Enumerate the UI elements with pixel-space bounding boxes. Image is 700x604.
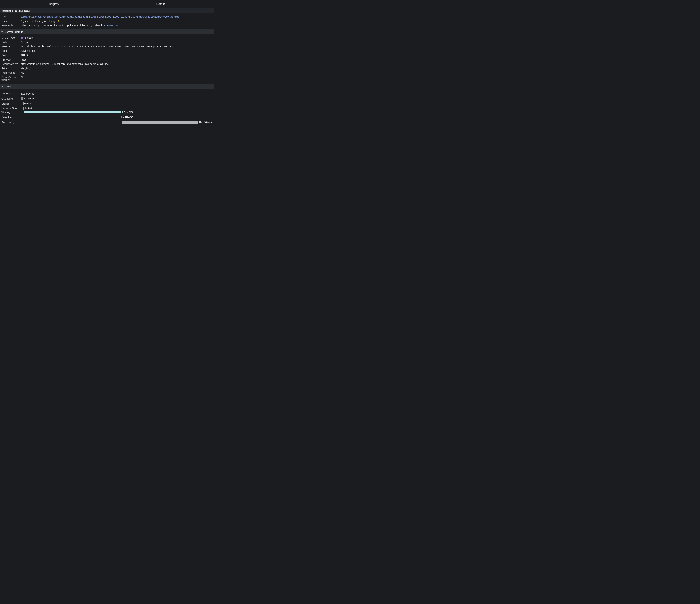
label-requested-by: Requested by: [1, 62, 20, 66]
timings-block: Duration 315.506ms Queueing 4.126ms Stal…: [0, 89, 215, 132]
section-network-details[interactable]: Network details: [0, 29, 215, 34]
chevron-down-icon: [1, 86, 3, 87]
label-queueing: Queueing: [1, 97, 20, 100]
label-download: Download: [1, 116, 20, 119]
value-from-cache: No: [21, 71, 213, 74]
section-network-label: Network details: [4, 30, 23, 33]
summary-block: File p.css?s=1&k=bur3ksc&ht=tk&f=30350.3…: [0, 14, 215, 29]
timing-row-waiting: Waiting 173.57ms: [1, 109, 213, 115]
timing-bar-download: 2.014ms: [21, 116, 198, 119]
chevron-down-icon: [1, 31, 3, 32]
mime-color-swatch: [21, 37, 23, 39]
timing-row-request-sent: Request Sent 180µs: [1, 106, 213, 109]
value-queueing: 4.126ms: [24, 97, 34, 100]
value-issue: Stylesheet blocking rendering: [21, 20, 213, 23]
label-duration: Duration: [1, 92, 20, 95]
value-search: ?s=1&k=bur3ksc&ht=tk&f=30350.30351.30352…: [21, 45, 213, 48]
fix-text-post: .: [119, 24, 120, 27]
value-file: p.css?s=1&k=bur3ksc&ht=tk&f=30350.30351.…: [21, 15, 213, 18]
value-download: 2.014ms: [123, 116, 133, 119]
label-host: Host: [1, 49, 20, 52]
tab-strip: Insights Details: [0, 0, 215, 8]
value-duration: 315.506ms: [21, 92, 213, 95]
label-waiting: Waiting: [1, 110, 20, 114]
timing-bar-request-sent: 180µs: [21, 107, 198, 109]
warning-icon: [57, 20, 60, 22]
timing-row-duration: Duration 315.506ms: [1, 91, 213, 96]
timing-bar-waiting: 173.57ms: [21, 110, 198, 114]
value-protocol: https: [21, 58, 213, 61]
label-stalled: Stalled: [1, 102, 20, 105]
svg-rect-0: [58, 21, 59, 21]
value-howtofix: Inline critical styles required for the …: [21, 24, 213, 27]
network-block: MIME Type text/css Path /p.css Search ?s…: [0, 34, 215, 84]
label-from-sw: From Service Worker: [1, 76, 20, 81]
timing-row-queueing: Queueing 4.126ms: [1, 96, 213, 101]
fix-link[interactable]: See web.dev: [104, 24, 119, 27]
timing-row-processing: Processing 135.047ms: [1, 120, 213, 125]
audit-title: Render blocking CSS: [0, 8, 215, 14]
label-mime: MIME Type: [1, 36, 20, 39]
mime-text: text/css: [24, 36, 33, 39]
fix-text-pre: Inline critical styles required for the …: [21, 24, 104, 27]
label-priority: Priority: [1, 67, 20, 70]
label-path: Path: [1, 41, 20, 44]
value-size: 181 B: [21, 54, 213, 57]
value-mime: text/css: [21, 36, 213, 39]
label-protocol: Protocol: [1, 58, 20, 61]
tab-details[interactable]: Details: [107, 0, 215, 8]
label-file: File: [1, 15, 20, 18]
timing-bar-queueing: 4.126ms: [21, 97, 198, 100]
issue-text: Stylesheet blocking rendering: [21, 20, 55, 23]
value-processing: 135.047ms: [199, 121, 212, 124]
section-timings[interactable]: Timings: [0, 84, 215, 89]
timing-bar-stalled: 569µs: [21, 102, 198, 105]
tab-insights[interactable]: Insights: [0, 0, 107, 8]
value-request-sent: 180µs: [24, 106, 32, 109]
value-stalled: 569µs: [24, 102, 31, 105]
value-requested-by: https://mtgrocks.com/the-12-most-rare-an…: [21, 62, 213, 66]
label-processing: Processing: [1, 121, 20, 124]
label-howtofix: How to fix: [1, 24, 20, 27]
value-waiting: 173.57ms: [122, 110, 134, 114]
timing-bar-processing: 135.047ms: [21, 121, 198, 124]
value-priority: VeryHigh: [21, 67, 213, 70]
timing-row-download: Download 2.014ms: [1, 115, 213, 120]
performance-details-panel: Insights Details Render blocking CSS Fil…: [0, 0, 215, 132]
value-path: /p.css: [21, 41, 213, 44]
section-timings-label: Timings: [4, 85, 14, 88]
timing-row-stalled: Stalled 569µs: [1, 101, 213, 106]
value-host: p.typekit.net: [21, 49, 213, 52]
value-from-sw: No: [21, 76, 213, 81]
label-size: Size: [1, 54, 20, 57]
file-link[interactable]: p.css?s=1&k=bur3ksc&ht=tk&f=30350.30351.…: [21, 15, 179, 18]
label-from-cache: From cache: [1, 71, 20, 74]
label-issue: Issue: [1, 20, 20, 23]
svg-rect-1: [58, 22, 59, 22]
label-request-sent: Request Sent: [1, 107, 20, 109]
label-search: Search: [1, 45, 20, 48]
